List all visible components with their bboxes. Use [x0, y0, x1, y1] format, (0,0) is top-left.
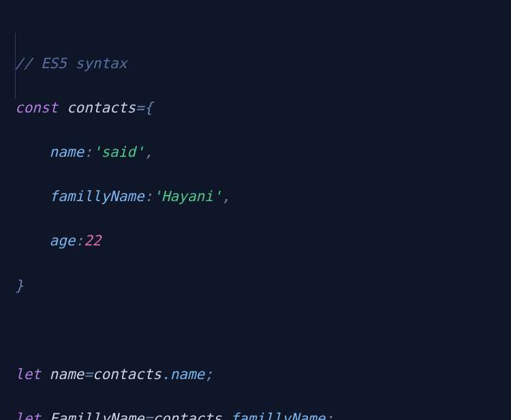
punct: : — [144, 188, 153, 205]
number-literal: 22 — [84, 232, 101, 249]
code-line: let name=contacts.name; — [15, 363, 496, 386]
code-line: name:'said', — [15, 141, 496, 164]
punct: = — [136, 100, 144, 116]
identifier: contacts — [153, 410, 221, 420]
keyword-const: const — [15, 100, 58, 116]
punct: ; — [325, 410, 334, 420]
code-line: const contacts={ — [15, 97, 496, 119]
punct: ; — [204, 366, 213, 382]
property-access: famillyName — [230, 410, 325, 420]
punct: , — [221, 188, 230, 205]
indent — [15, 232, 50, 249]
brace: { — [144, 100, 153, 116]
comment-text: // ES5 syntax — [15, 55, 127, 72]
property-name: age — [50, 232, 76, 249]
code-line: } — [15, 275, 496, 297]
punct: . — [161, 366, 170, 382]
identifier: FamillyName — [50, 410, 144, 420]
identifier: contacts — [67, 100, 136, 116]
punct: . — [221, 410, 230, 420]
string-literal: 'Hayani' — [153, 188, 221, 205]
code-snippet: // ES5 syntax const contacts={ name:'sai… — [0, 0, 511, 420]
code-line — [15, 319, 496, 342]
punct: = — [84, 366, 93, 382]
punct: : — [84, 144, 93, 160]
punct: , — [144, 144, 153, 160]
property-access: name — [170, 366, 205, 382]
punct: : — [76, 232, 84, 249]
code-line: let FamillyName=contacts.famillyName; — [15, 408, 496, 420]
identifier: name — [50, 366, 84, 382]
code-line: famillyName:'Hayani', — [15, 185, 496, 208]
keyword-let: let — [15, 366, 41, 382]
indent — [15, 188, 50, 205]
keyword-let: let — [15, 410, 41, 420]
property-name: famillyName — [50, 188, 144, 205]
property-name: name — [50, 144, 84, 160]
identifier: contacts — [93, 366, 161, 382]
indent — [15, 144, 50, 160]
code-line: // ES5 syntax — [15, 52, 496, 75]
string-literal: 'said' — [93, 144, 144, 160]
punct: = — [144, 410, 153, 420]
code-line: age:22 — [15, 230, 496, 252]
brace: } — [15, 278, 24, 294]
indent-guide — [15, 33, 16, 99]
